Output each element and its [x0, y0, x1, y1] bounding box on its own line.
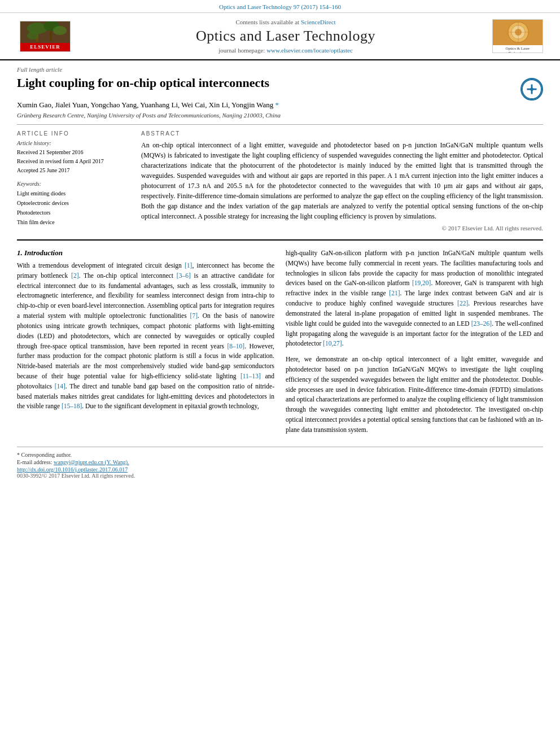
logo-text: Optics & LaserTechnology	[493, 45, 542, 53]
corresponding-marker: *	[273, 101, 279, 109]
doi-link[interactable]: http://dx.doi.org/10.1016/j.optlastec.20…	[17, 466, 128, 473]
ref-7[interactable]: [7]	[190, 312, 198, 319]
footer-area: * Corresponding author. E-mail address: …	[17, 447, 543, 479]
elsevier-logo-image: ELSEVIER	[20, 21, 71, 52]
intro-right-text-1: high-quality GaN-on-silicon platform wit…	[286, 248, 543, 349]
ref-1[interactable]: [1]	[185, 262, 192, 269]
ref-8-10[interactable]: [8–10]	[227, 343, 244, 350]
ref-10-27[interactable]: [10,27]	[323, 340, 342, 347]
keywords-block: Keywords: Light emitting diodes Optoelec…	[17, 181, 130, 227]
svg-point-16	[530, 88, 533, 91]
journal-title-area: Contents lists available at ScienceDirec…	[79, 19, 492, 54]
homepage-prefix: journal homepage:	[218, 47, 266, 54]
abstract-text: An on-chip optical interconnect of a lig…	[141, 140, 543, 221]
email-line: E-mail address: wangyj@njupt.edu.cn (Y. …	[17, 459, 543, 465]
corresponding-note: * Corresponding author.	[17, 452, 543, 458]
journal-citation: Optics and Laser Technology 97 (2017) 15…	[219, 3, 341, 10]
ref-19-20[interactable]: [19,20]	[412, 279, 431, 286]
email-label: E-mail address:	[17, 459, 52, 465]
article-type: Full length article	[17, 66, 543, 73]
ref-3-6[interactable]: [3–6]	[177, 272, 191, 279]
abstract-heading: ABSTRACT	[141, 130, 543, 137]
journal-logo-image: Optics & LaserTechnology	[492, 19, 543, 53]
paper-title: Light coupling for on-chip optical inter…	[17, 75, 512, 91]
intro-left-col: 1. Introduction With a tremendous develo…	[17, 248, 274, 435]
journal-header: ELSEVIER Contents lists available at Sci…	[0, 13, 560, 60]
received-date: Received 21 September 2016 Received in r…	[17, 148, 130, 175]
elsevier-logo: ELSEVIER	[11, 21, 79, 52]
logo-tree-area	[20, 21, 70, 43]
abstract-column: ABSTRACT An on-chip optical interconnect…	[141, 130, 543, 231]
affiliation-text: Grünberg Research Centre, Nanjing Univer…	[17, 112, 543, 119]
corresponding-note-text: * Corresponding author.	[17, 452, 72, 458]
ref-22[interactable]: [22]	[457, 300, 468, 307]
svg-rect-5	[50, 31, 52, 41]
ref-11-13[interactable]: [11–13]	[240, 373, 261, 379]
ref-15-18[interactable]: [15–18]	[62, 403, 82, 409]
right-logo-area: Optics & LaserTechnology	[492, 19, 549, 53]
sciencedirect-link[interactable]: ScienceDirect	[301, 19, 336, 25]
info-abstract-section: ARTICLE INFO Article history: Received 2…	[17, 130, 543, 231]
authors-text: Xumin Gao, Jialei Yuan, Yongchao Yang, Y…	[17, 101, 273, 109]
article-info-column: ARTICLE INFO Article history: Received 2…	[17, 130, 130, 231]
issn-line: 0030-3992/© 2017 Elsevier Ltd. All right…	[17, 473, 543, 479]
intro-heading: 1. Introduction	[17, 248, 274, 257]
homepage-line: journal homepage: www.elsevier.com/locat…	[79, 47, 492, 54]
logo-circle-area	[493, 20, 542, 45]
circular-logo-icon	[493, 20, 543, 45]
keywords-label: Keywords:	[17, 181, 130, 187]
intro-right-text-2: Here, we demonstrate an on-chip optical …	[286, 355, 543, 435]
keyword-4: Thin film device	[17, 217, 130, 227]
main-divider	[17, 239, 543, 241]
crossmark-icon	[522, 78, 542, 100]
keyword-1: Light emitting diodes	[17, 189, 130, 198]
intro-right-col: high-quality GaN-on-silicon platform wit…	[286, 248, 543, 435]
contents-prefix: Contents lists available at	[235, 19, 300, 25]
contents-line: Contents lists available at ScienceDirec…	[79, 19, 492, 25]
keyword-2: Optoelectronic devices	[17, 198, 130, 208]
ref-23-26[interactable]: [23–26]	[471, 320, 492, 327]
svg-point-6	[27, 32, 38, 40]
top-bar: Optics and Laser Technology 97 (2017) 15…	[0, 0, 560, 13]
paper-body: Full length article Light coupling for o…	[0, 60, 560, 490]
tree-icon	[20, 21, 71, 43]
copyright-line: © 2017 Elsevier Ltd. All rights reserved…	[141, 225, 543, 231]
crossmark-logo	[520, 78, 543, 101]
keywords-list: Light emitting diodes Optoelectronic dev…	[17, 189, 130, 227]
homepage-url: www.elsevier.com/locate/optlastec	[266, 47, 353, 54]
history-label: Article history:	[17, 140, 130, 146]
header-divider	[17, 124, 543, 125]
ref-14[interactable]: [14]	[55, 383, 65, 390]
ref-2[interactable]: [2]	[71, 272, 78, 279]
article-history-block: Article history: Received 21 September 2…	[17, 140, 130, 175]
introduction-section: 1. Introduction With a tremendous develo…	[17, 248, 543, 435]
doi-line: http://dx.doi.org/10.1016/j.optlastec.20…	[17, 466, 543, 473]
svg-point-3	[53, 26, 67, 35]
email-address[interactable]: wangyj@njupt.edu.cn (Y. Wang).	[54, 459, 129, 465]
article-info-heading: ARTICLE INFO	[17, 130, 130, 137]
authors-line: Xumin Gao, Jialei Yuan, Yongchao Yang, Y…	[17, 101, 543, 110]
elsevier-logo-area: ELSEVIER	[11, 21, 79, 52]
ref-21[interactable]: [21]	[389, 290, 400, 296]
keyword-3: Photodetectors	[17, 208, 130, 217]
intro-left-text: With a tremendous development of integra…	[17, 261, 274, 412]
journal-title: Optics and Laser Technology	[79, 28, 492, 45]
elsevier-text: ELSEVIER	[20, 43, 70, 51]
